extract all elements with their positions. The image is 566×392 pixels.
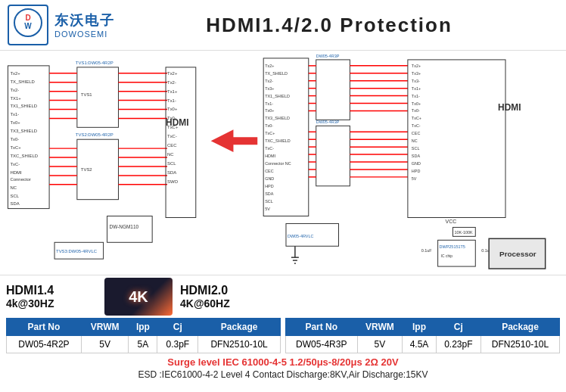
- svg-text:TxC-: TxC-: [167, 134, 177, 138]
- svg-text:TXC_SHIELD: TXC_SHIELD: [265, 138, 291, 143]
- svg-text:TX_SHIELD: TX_SHIELD: [10, 79, 34, 84]
- hdmi20-label: HDMI2.0 4K@60HZ: [180, 284, 271, 310]
- svg-text:SCL: SCL: [167, 161, 176, 166]
- svg-text:DW-NGM110: DW-NGM110: [110, 224, 139, 229]
- svg-text:TX3_SHIELD: TX3_SHIELD: [265, 116, 290, 120]
- svg-text:SCL: SCL: [10, 194, 19, 198]
- svg-text:Tx0-: Tx0-: [167, 116, 176, 120]
- svg-text:DW05-4R3P: DW05-4R3P: [316, 54, 340, 58]
- svg-text:SWO: SWO: [167, 179, 179, 184]
- cell-cj-right: 0.23pF: [436, 336, 480, 353]
- svg-text:5V: 5V: [265, 207, 270, 211]
- svg-text:Tx1-: Tx1-: [412, 94, 420, 98]
- svg-text:CEC: CEC: [167, 143, 177, 148]
- svg-text:D: D: [25, 14, 30, 22]
- svg-text:IC chip: IC chip: [441, 254, 453, 258]
- cell-package-right: DFN2510-10L: [480, 336, 559, 353]
- table-left: Part No VRWM Ipp Cj Package DW05-4R2P 5V…: [6, 318, 281, 353]
- left-spec-table: Part No VRWM Ipp Cj Package DW05-4R2P 5V…: [6, 318, 281, 353]
- svg-text:NC: NC: [412, 138, 418, 143]
- svg-text:TX_SHIELD: TX_SHIELD: [265, 71, 288, 76]
- svg-text:Tx3+: Tx3+: [412, 71, 421, 76]
- svg-text:Connector NC: Connector NC: [265, 161, 291, 166]
- svg-text:Tx2-: Tx2-: [167, 80, 176, 85]
- svg-text:Tx0-: Tx0-: [265, 123, 273, 128]
- svg-text:TxC+: TxC+: [265, 131, 275, 135]
- svg-text:Tx2+: Tx2+: [412, 64, 421, 68]
- svg-text:Tx2+: Tx2+: [167, 71, 178, 76]
- hdmi20-model: HDMI2.0: [180, 284, 271, 297]
- svg-rect-90: [316, 60, 350, 120]
- svg-text:SDA: SDA: [265, 191, 274, 196]
- cell-part-no-left: DW05-4R2P: [7, 336, 82, 353]
- hdmi-version-labels: HDMI1.4 4k@30HZ 4K HDMI2.0 4K@60HZ: [6, 275, 560, 318]
- svg-text:TX3_SHIELD: TX3_SHIELD: [10, 129, 37, 133]
- svg-text:TxC-: TxC-: [265, 146, 274, 151]
- 4k-label: 4K: [129, 288, 148, 306]
- svg-text:Tx0-: Tx0-: [412, 108, 420, 113]
- cell-vrwm-left: 5V: [81, 336, 128, 353]
- cell-cj-left: 0.3pF: [157, 336, 198, 353]
- svg-text:TxC+: TxC+: [167, 125, 179, 129]
- spec-tables: Part No VRWM Ipp Cj Package DW05-4R2P 5V…: [6, 318, 560, 353]
- svg-text:Tx2+: Tx2+: [10, 71, 20, 76]
- table-row: DW05-4R3P 5V 4.5A 0.23pF DFN2510-10L: [286, 336, 560, 353]
- svg-text:TXC_SHIELD: TXC_SHIELD: [10, 154, 38, 158]
- svg-text:Tx0+: Tx0+: [412, 101, 421, 106]
- page-title: HDMI1.4/2.0 Protection: [115, 14, 558, 37]
- col-package-right: Package: [480, 319, 559, 336]
- svg-text:5V: 5V: [412, 176, 417, 181]
- svg-text:NC: NC: [10, 185, 17, 190]
- company-en: DOWOSEMI: [54, 30, 115, 39]
- svg-rect-125: [408, 60, 505, 218]
- svg-text:SCL: SCL: [265, 199, 273, 204]
- right-spec-table: Part No VRWM Ipp Cj Package DW05-4R3P 5V…: [285, 318, 560, 353]
- hdmi14-label: HDMI1.4 4k@30HZ: [6, 284, 97, 310]
- logo-box: D W: [8, 5, 48, 45]
- svg-text:Tx1+: Tx1+: [167, 89, 178, 94]
- svg-text:Tx0-: Tx0-: [10, 137, 19, 142]
- hdmi14-freq: 4k@30HZ: [6, 297, 97, 310]
- svg-text:Tx0+: Tx0+: [265, 108, 274, 113]
- col-cj-left: Cj: [157, 319, 198, 336]
- col-cj-right: Cj: [436, 319, 480, 336]
- svg-text:HDMI: HDMI: [265, 154, 275, 158]
- col-vrwm-left: VRWM: [81, 319, 128, 336]
- svg-text:TVS1: TVS1: [81, 92, 93, 97]
- svg-text:10K-100K: 10K-100K: [454, 230, 473, 235]
- svg-text:TxC+: TxC+: [10, 145, 21, 150]
- svg-text:Tx2-: Tx2-: [10, 88, 19, 92]
- svg-text:SDA: SDA: [10, 201, 19, 206]
- col-part-no-left: Part No: [7, 319, 82, 336]
- svg-text:SDA: SDA: [412, 154, 421, 158]
- svg-text:CEC: CEC: [412, 131, 421, 135]
- svg-text:TVS2: TVS2: [81, 167, 92, 172]
- svg-text:HPD: HPD: [265, 184, 274, 188]
- svg-text:TxC-: TxC-: [412, 123, 421, 128]
- bottom-content: HDMI1.4 4k@30HZ 4K HDMI2.0 4K@60HZ Part …: [0, 275, 566, 380]
- svg-text:TX1+: TX1+: [10, 96, 21, 101]
- circuit-diagram: Tx2+ TX_SHIELD Tx2- TX1+ TX1_SHIELD Tx1-…: [0, 51, 566, 275]
- col-vrwm-right: VRWM: [357, 319, 403, 336]
- table-right: Part No VRWM Ipp Cj Package DW05-4R3P 5V…: [285, 318, 560, 353]
- svg-text:GND: GND: [412, 161, 421, 166]
- diagram-area: Tx2+ TX_SHIELD Tx2- TX1+ TX1_SHIELD Tx1-…: [0, 50, 566, 275]
- svg-text:Tx1-: Tx1-: [167, 98, 176, 103]
- svg-text:Tx1-: Tx1-: [265, 101, 273, 106]
- svg-marker-68: [211, 129, 258, 152]
- svg-text:CEC: CEC: [265, 169, 274, 173]
- svg-text:Tx1+: Tx1+: [412, 86, 421, 91]
- svg-rect-99: [316, 126, 350, 185]
- cell-part-no-right: DW05-4R3P: [286, 336, 358, 353]
- svg-text:TxC+: TxC+: [412, 116, 421, 120]
- hdmi20-freq: 4K@60HZ: [180, 297, 271, 310]
- svg-text:SDA: SDA: [167, 170, 176, 175]
- svg-text:Connector: Connector: [10, 177, 30, 182]
- cell-package-left: DFN2510-10L: [198, 336, 281, 353]
- table-row: DW05-4R2P 5V 5A 0.3pF DFN2510-10L: [7, 336, 281, 353]
- header: D W 东沃电子 DOWOSEMI HDMI1.4/2.0 Protection: [0, 0, 566, 50]
- svg-text:0.1uF: 0.1uF: [421, 248, 433, 253]
- svg-text:NC: NC: [167, 152, 174, 157]
- esd-text: ESD :IEC61000-4-2 Level 4 Contact Discha…: [6, 369, 560, 380]
- svg-text:Tx1-: Tx1-: [10, 112, 19, 117]
